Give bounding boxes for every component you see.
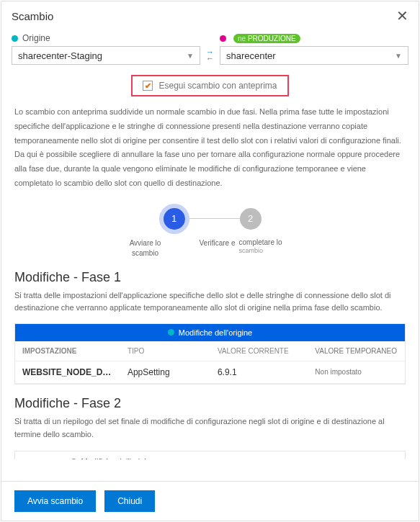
phase1-table-title: Modifiche dell'origine [179,328,252,337]
source-select[interactable]: sharecenter-Staging ▼ [12,46,200,65]
source-select-value: sharecenter-Staging [18,50,102,61]
step-connector [189,218,240,219]
cell-setting: WEBSITE_NODE_D… [22,367,128,377]
close-button[interactable]: Chiudi [104,490,155,512]
cell-current: 6.9.1 [218,367,315,377]
col-temp: VALORE TEMPORANEO [315,347,398,355]
step-2-label-a: Verificare e [189,238,246,258]
swap-icon: →← [206,49,214,65]
start-swap-button[interactable]: Avvia scambio [14,490,96,512]
phase2-tabs: Modifiche dell'origine Modifiche della d… [14,451,406,459]
target-select[interactable]: sharecenter ▼ [220,46,408,65]
col-setting: IMPOSTAZIONE [22,347,128,355]
tab-target-changes[interactable]: Modifiche della destinazione [210,451,406,459]
tab-target-label: Modifiche della destinazione [263,458,362,459]
panel-title: Scambio [12,10,53,22]
phase2-heading: Modifiche - Fase 2 [1,392,419,414]
cell-temp: Non impostato [315,368,398,376]
tab-source-label: Modifiche dell'origine [81,457,155,459]
phase1-desc: Si tratta delle impostazioni dell'applic… [1,288,419,320]
preview-swap-checkbox-row[interactable]: ✔ Esegui scambio con anteprima [131,75,288,96]
source-dot-icon [71,459,77,459]
phase2-desc: Si tratta di un riepilogo del set finale… [1,414,419,446]
preview-swap-label: Esegui scambio con anteprima [158,81,277,91]
checkbox-icon[interactable]: ✔ [143,81,153,91]
close-icon[interactable]: ✕ [396,9,408,23]
table-row: WEBSITE_NODE_D… AppSetting 6.9.1 Non imp… [15,361,405,384]
target-dot-icon [220,35,226,42]
step-2-label-c: scambio [239,247,264,254]
step-1-number: 1 [164,208,185,230]
step-1-label: Avviare lo scambio [117,238,174,258]
cell-type: AppSetting [128,367,218,377]
source-label: Origine [22,33,50,43]
source-dot-icon [12,35,18,42]
step-2: 2 [240,208,262,230]
step-1: 1 [159,204,189,234]
phase1-heading: Modifiche - Fase 1 [1,266,419,288]
phase1-table: Modifiche dell'origine IMPOSTAZIONE TIPO… [14,323,406,384]
chevron-down-icon: ▼ [187,52,194,60]
tab-source-changes[interactable]: Modifiche dell'origine [15,451,210,459]
chevron-down-icon: ▼ [395,52,402,60]
source-dot-icon [168,329,174,336]
step-2-label-b: completare lo [239,238,282,246]
target-select-value: sharecenter [226,50,276,61]
phase1-table-title-bar: Modifiche dell'origine [15,324,405,341]
production-badge: ne PRODUZIONE [233,34,300,43]
description-text: Lo scambio con anteprima suddivide un no… [1,102,419,191]
steps-indicator: 1 2 [1,204,419,234]
col-type: TIPO [128,347,218,355]
col-current: VALORE CORRENTE [218,347,315,355]
